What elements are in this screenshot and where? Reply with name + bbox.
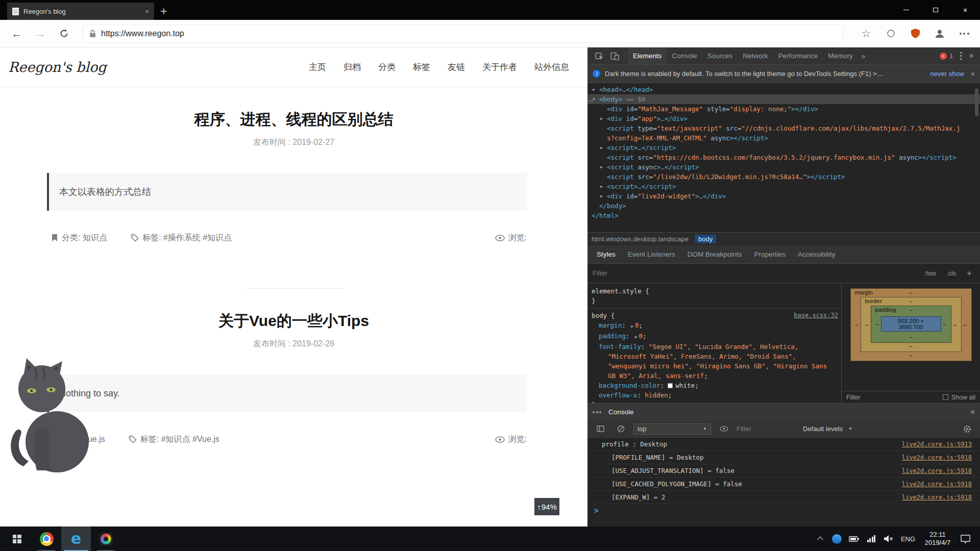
toggle-class-button[interactable]: .cls: [944, 270, 959, 277]
expand-arrow-icon[interactable]: ▶: [600, 182, 603, 191]
clear-console-button[interactable]: [613, 422, 628, 436]
styles-filter-input[interactable]: [593, 269, 917, 277]
log-source-link[interactable]: live2d.core.js:5913: [902, 441, 972, 448]
site-info-icon[interactable]: [89, 30, 96, 38]
extension-ring-button[interactable]: [882, 25, 899, 42]
devtools-tab-console[interactable]: Console: [667, 47, 702, 64]
taskbar-app-button[interactable]: [91, 527, 120, 551]
devtools-tab-sources[interactable]: Sources: [702, 47, 738, 64]
post-category[interactable]: 分类: 知识点: [51, 233, 107, 243]
expand-arrow-icon[interactable]: ▶: [600, 114, 603, 123]
start-button[interactable]: [2, 527, 32, 551]
nav-item-6[interactable]: 站外信息: [534, 61, 569, 73]
device-toolbar-button[interactable]: [607, 49, 622, 63]
collapse-arrow-icon[interactable]: ▼: [593, 94, 595, 104]
stylesheet-link[interactable]: base.scss:32: [794, 311, 838, 320]
nav-item-1[interactable]: 归档: [344, 61, 361, 73]
devtools-tab-performance[interactable]: Performance: [773, 47, 823, 64]
computed-filter-label[interactable]: Filter: [846, 394, 861, 401]
url-text[interactable]: https://www.reegon.top: [101, 29, 184, 38]
expand-arrow-icon[interactable]: ▶: [593, 85, 595, 94]
css-selector[interactable]: body: [592, 312, 607, 319]
live-expression-button[interactable]: [716, 422, 731, 436]
taskbar-chrome-button[interactable]: [32, 527, 61, 551]
expand-arrow-icon[interactable]: ▶: [600, 162, 603, 172]
network-status[interactable]: [864, 527, 879, 551]
sidebar-tab-accessibility[interactable]: Accessibility: [793, 246, 841, 263]
omnibox[interactable]: https://www.reegon.top: [83, 24, 843, 43]
tree-node[interactable]: </html>: [587, 211, 980, 220]
sidebar-tab-styles[interactable]: Styles: [592, 246, 621, 263]
adblock-button[interactable]: [906, 25, 924, 42]
taskbar-edge-button[interactable]: e: [61, 527, 91, 551]
site-title[interactable]: Reegon's blog: [8, 59, 107, 75]
forward-button[interactable]: →: [29, 23, 52, 44]
tree-node[interactable]: …▼<body> == $0: [587, 94, 980, 104]
devtools-close-button[interactable]: ×: [969, 52, 974, 61]
nav-item-0[interactable]: 主页: [309, 61, 326, 73]
tray-app-button[interactable]: [829, 527, 844, 551]
sidebar-tab-properties[interactable]: Properties: [749, 246, 791, 263]
devtools-menu-button[interactable]: [960, 52, 962, 60]
tree-node[interactable]: <script src="https://cdn.bootcss.com/fan…: [587, 153, 980, 162]
tray-expand-button[interactable]: [812, 527, 827, 551]
css-property[interactable]: margin: ▶0;: [591, 320, 838, 331]
nav-item-3[interactable]: 标签: [413, 61, 430, 73]
tree-node[interactable]: ▶<div id="app">…</div>: [587, 114, 980, 123]
console-levels-dropdown[interactable]: Default levels▼: [803, 425, 852, 433]
sidebar-tab-dom-breakpoints[interactable]: DOM Breakpoints: [682, 246, 747, 263]
log-source-link[interactable]: live2d.core.js:5918: [902, 454, 972, 461]
taskbar-clock[interactable]: 22:11 2019/4/7: [920, 527, 955, 551]
css-selector[interactable]: element.style: [592, 287, 642, 295]
post-tags[interactable]: 标签: #知识点 #Vue.js: [129, 434, 219, 445]
expand-arrow-icon[interactable]: ▶: [600, 191, 603, 201]
expand-arrow-icon[interactable]: ▶: [600, 143, 603, 153]
nav-item-4[interactable]: 友链: [448, 61, 465, 73]
tree-node[interactable]: <script src="/live2dw/lib/L2Dwidget.min.…: [587, 172, 980, 182]
expand-shorthand-icon[interactable]: ▶: [635, 335, 638, 339]
nav-item-2[interactable]: 分类: [378, 61, 396, 73]
drawer-menu-button[interactable]: [593, 411, 601, 413]
refresh-button[interactable]: [52, 23, 76, 44]
new-style-rule-button[interactable]: +: [964, 268, 975, 279]
new-tab-button[interactable]: +: [160, 6, 167, 17]
expand-shorthand-icon[interactable]: ▶: [631, 324, 633, 329]
console-filter-input[interactable]: [737, 425, 798, 433]
tab-close-icon[interactable]: ×: [145, 8, 149, 15]
console-prompt[interactable]: >: [587, 504, 980, 517]
log-source-link[interactable]: live2d.core.js:5918: [902, 467, 972, 474]
profile-button[interactable]: [931, 25, 948, 42]
devtools-tab-memory[interactable]: Memory: [823, 47, 858, 64]
maximize-button[interactable]: [921, 0, 950, 20]
back-button[interactable]: ←: [5, 23, 29, 44]
language-indicator[interactable]: ENG: [898, 527, 918, 551]
error-indicator[interactable]: × 1: [940, 53, 953, 60]
browser-menu-button[interactable]: [955, 25, 973, 42]
close-window-button[interactable]: ×: [950, 0, 980, 20]
log-source-link[interactable]: live2d.core.js:5918: [902, 481, 972, 488]
bookmark-star-button[interactable]: ☆: [857, 25, 875, 42]
infobar-never-show-link[interactable]: never show: [930, 70, 964, 78]
console-sidebar-button[interactable]: [593, 422, 608, 436]
breadcrumb-0[interactable]: html.windows.desktop.landscape: [592, 235, 689, 243]
post-title[interactable]: 程序、进程、线程的区别总结: [0, 110, 587, 129]
toggle-hover-state-button[interactable]: :hov: [922, 270, 939, 277]
log-source-link[interactable]: live2d.core.js:5918: [902, 494, 972, 501]
tree-node[interactable]: ▶<script async>…</script>: [587, 162, 980, 172]
console-context-selector[interactable]: top▼: [633, 423, 711, 435]
css-property[interactable]: font-family: "Segoe UI", "Lucida Grande"…: [591, 342, 838, 381]
more-panels-button[interactable]: »: [858, 52, 868, 60]
tree-node[interactable]: <div id="MathJax_Message" style="display…: [587, 104, 980, 114]
css-property[interactable]: background-color: white;: [591, 381, 838, 390]
color-swatch[interactable]: [668, 383, 673, 388]
post-tags[interactable]: 标签: #操作系统 #知识点: [131, 233, 232, 243]
console-settings-button[interactable]: [960, 422, 975, 436]
show-all-checkbox[interactable]: Show all: [943, 394, 975, 401]
tree-node[interactable]: ▶<head>…</head>: [587, 85, 980, 94]
volume-status[interactable]: [881, 527, 896, 551]
inspect-element-button[interactable]: [592, 49, 607, 63]
infobar-close-icon[interactable]: ×: [971, 70, 975, 78]
scroll-to-top-button[interactable]: ↑94%: [534, 498, 559, 515]
breadcrumb-1[interactable]: body: [695, 235, 716, 243]
post-title[interactable]: 关于Vue的一些小Tips: [0, 311, 587, 331]
